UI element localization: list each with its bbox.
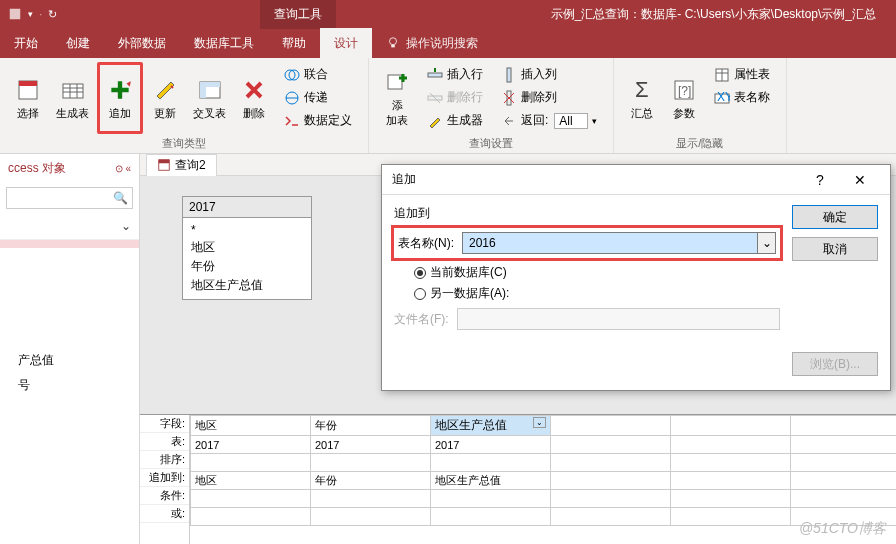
contextual-tab-label: 查询工具: [260, 0, 336, 29]
tab-design[interactable]: 设计: [320, 28, 372, 58]
qat-dropdown-icon[interactable]: ▾: [28, 9, 33, 19]
qbe-row-labels: 字段:表:排序: 追加到:条件:或:: [140, 415, 190, 544]
filename-input: [457, 308, 780, 330]
quick-access-toolbar: ▾ · ↻: [0, 7, 65, 21]
make-table-button[interactable]: 生成表: [50, 62, 95, 134]
delete-column-button[interactable]: 删除列: [497, 87, 601, 108]
chevron-down-icon[interactable]: ⊙ «: [115, 163, 131, 174]
table-field-list[interactable]: 2017 * 地区 年份 地区生产总值: [182, 196, 312, 300]
svg-point-1: [390, 38, 397, 45]
tab-create[interactable]: 创建: [52, 28, 104, 58]
tab-home[interactable]: 开始: [0, 28, 52, 58]
qbe-table[interactable]: 地区年份地区生产总值 ⌄ 201720172017 地区年份地区生产总值: [190, 415, 896, 526]
return-combo[interactable]: All: [554, 113, 587, 129]
property-sheet-button[interactable]: 属性表: [710, 64, 774, 85]
builder-button[interactable]: 生成器: [423, 110, 487, 131]
group-show-hide: Σ汇总 [?]参数 属性表 XYZ表名称 显示/隐藏: [614, 58, 787, 153]
nav-category[interactable]: ⌄: [0, 213, 139, 240]
table-names-button[interactable]: XYZ表名称: [710, 87, 774, 108]
tablename-combo[interactable]: ⌄: [462, 232, 776, 254]
query-icon: [157, 158, 171, 172]
document-tab-label: 查询2: [175, 157, 206, 174]
ribbon: 选择 生成表 追加 更新 交叉表 删除 联合 传递 数据定义 查询类型 添 加表…: [0, 58, 896, 154]
nav-item-selected[interactable]: [0, 240, 139, 248]
tab-db-tools[interactable]: 数据库工具: [180, 28, 268, 58]
nav-pane-header[interactable]: ccess 对象 ⊙ «: [0, 154, 139, 183]
svg-rect-23: [159, 160, 170, 164]
browse-button: 浏览(B)...: [792, 352, 878, 376]
group-query-type: 选择 生成表 追加 更新 交叉表 删除 联合 传递 数据定义 查询类型: [0, 58, 369, 153]
navigation-pane: ccess 对象 ⊙ « 🔍 ⌄ 产总值 号: [0, 154, 140, 544]
window-title: 示例_汇总查询：数据库- C:\Users\小东家\Desktop\示例_汇总: [531, 6, 896, 23]
svg-text:XYZ: XYZ: [717, 90, 730, 104]
delete-row-button: 删除行: [423, 87, 487, 108]
append-to-label: 追加到: [394, 205, 780, 222]
qat-redo-icon[interactable]: ↻: [48, 8, 57, 21]
append-dialog: 追加 ? ✕ 追加到 表名称(N): ⌄ 当前数据库(C) 另一数据库(A):: [381, 164, 891, 391]
nav-item[interactable]: 号: [0, 373, 139, 398]
add-table-button[interactable]: 添 加表: [377, 62, 417, 134]
search-icon[interactable]: 🔍: [109, 191, 132, 205]
nav-search-input[interactable]: [7, 191, 109, 205]
qbe-grid: 字段:表:排序: 追加到:条件:或: 地区年份地区生产总值 ⌄ 20172017…: [140, 414, 896, 544]
update-query-button[interactable]: 更新: [145, 62, 185, 134]
tablename-input[interactable]: [463, 233, 757, 253]
radio-other-db[interactable]: 另一数据库(A):: [414, 285, 780, 302]
delete-query-button[interactable]: 删除: [234, 62, 274, 134]
help-button[interactable]: ?: [800, 172, 840, 188]
data-definition-button[interactable]: 数据定义: [280, 110, 356, 131]
watermark: @51CTO博客: [799, 520, 886, 538]
crosstab-query-button[interactable]: 交叉表: [187, 62, 232, 134]
ok-button[interactable]: 确定: [792, 205, 878, 229]
insert-column-button[interactable]: 插入列: [497, 64, 601, 85]
tab-help[interactable]: 帮助: [268, 28, 320, 58]
group-label-querytype: 查询类型: [162, 134, 206, 151]
qat-sep: ·: [39, 7, 42, 21]
dropdown-icon[interactable]: ⌄: [533, 417, 546, 428]
svg-rect-0: [10, 9, 21, 20]
svg-rect-15: [507, 68, 511, 82]
totals-button[interactable]: Σ汇总: [622, 62, 662, 134]
tell-me-search[interactable]: 操作说明搜索: [372, 28, 492, 58]
field-list-title: 2017: [183, 197, 311, 218]
nav-search[interactable]: 🔍: [6, 187, 133, 209]
parameters-button[interactable]: [?]参数: [664, 62, 704, 134]
radio-current-db[interactable]: 当前数据库(C): [414, 264, 780, 281]
svg-rect-5: [63, 84, 83, 98]
document-tab[interactable]: 查询2: [146, 154, 217, 176]
tell-me-label: 操作说明搜索: [406, 35, 478, 52]
group-query-setup: 添 加表 插入行 删除行 生成器 插入列 删除列 返回: All▾ 查询设置: [369, 58, 614, 153]
append-query-button[interactable]: 追加: [97, 62, 143, 134]
field-item[interactable]: 地区: [191, 238, 303, 257]
return-button[interactable]: 返回: All▾: [497, 110, 601, 131]
field-item[interactable]: *: [191, 222, 303, 238]
dialog-titlebar[interactable]: 追加 ? ✕: [382, 165, 890, 195]
filename-label: 文件名(F):: [394, 311, 449, 328]
tab-external-data[interactable]: 外部数据: [104, 28, 180, 58]
passthrough-button[interactable]: 传递: [280, 87, 356, 108]
save-icon[interactable]: [8, 7, 22, 21]
lightbulb-icon: [386, 36, 400, 50]
dialog-title: 追加: [392, 171, 800, 188]
group-label-setup: 查询设置: [469, 134, 513, 151]
nav-item[interactable]: 产总值: [0, 348, 139, 373]
close-icon[interactable]: ✕: [840, 172, 880, 188]
union-button[interactable]: 联合: [280, 64, 356, 85]
tablename-label: 表名称(N):: [398, 235, 454, 252]
svg-rect-8: [200, 82, 220, 87]
cancel-button[interactable]: 取消: [792, 237, 878, 261]
field-item[interactable]: 年份: [191, 257, 303, 276]
svg-rect-13: [428, 73, 442, 77]
title-bar: ▾ · ↻ 查询工具 示例_汇总查询：数据库- C:\Users\小东家\Des…: [0, 0, 896, 28]
svg-rect-4: [19, 81, 37, 86]
svg-rect-2: [391, 45, 395, 48]
chevron-down-icon[interactable]: ⌄: [757, 233, 775, 253]
insert-row-button[interactable]: 插入行: [423, 64, 487, 85]
ribbon-tabs: 开始 创建 外部数据 数据库工具 帮助 设计 操作说明搜索: [0, 28, 896, 58]
field-item[interactable]: 地区生产总值: [191, 276, 303, 295]
svg-text:[?]: [?]: [678, 84, 691, 98]
group-label-showhide: 显示/隐藏: [676, 134, 723, 151]
select-query-button[interactable]: 选择: [8, 62, 48, 134]
